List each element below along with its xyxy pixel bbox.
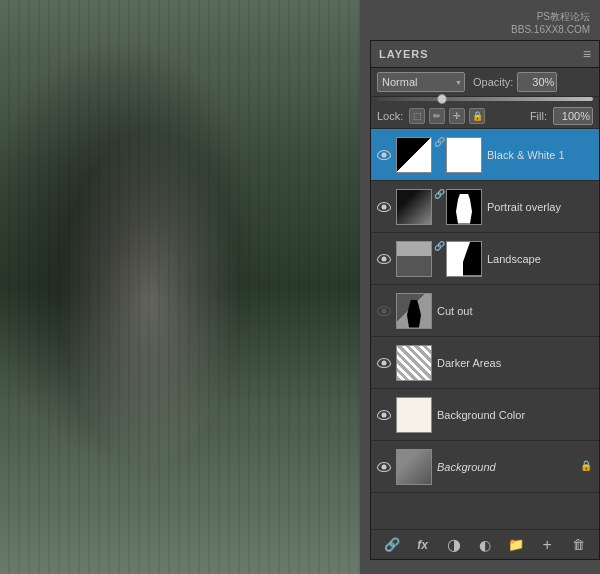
- chain-icon-landscape: 🔗: [434, 241, 444, 251]
- watermark: PS教程论坛 BBS.16XX8.COM: [511, 10, 590, 35]
- layer-thumbs-portrait-overlay: 🔗: [396, 189, 482, 225]
- layer-landscape[interactable]: 🔗 Landscape: [371, 233, 599, 285]
- layer-visibility-cut-out[interactable]: [375, 302, 393, 320]
- blend-opacity-row: Normal Opacity: 30%: [371, 68, 599, 97]
- lock-all-btn[interactable]: 🔒: [469, 108, 485, 124]
- layer-darker-areas[interactable]: Darker Areas: [371, 337, 599, 389]
- layer-cut-out[interactable]: Cut out: [371, 285, 599, 337]
- blend-mode-select[interactable]: Normal: [377, 72, 465, 92]
- layers-list: 🔗 Black & White 1 🔗 Portrait overlay: [371, 129, 599, 529]
- layer-black-white-1[interactable]: 🔗 Black & White 1: [371, 129, 599, 181]
- layer-name-landscape: Landscape: [487, 253, 595, 265]
- eye-icon-portrait-overlay: [377, 202, 391, 212]
- layer-name-background: Background: [437, 461, 580, 473]
- layer-visibility-landscape[interactable]: [375, 250, 393, 268]
- layer-thumbs-black-white-1: 🔗: [396, 137, 482, 173]
- layer-visibility-background-color[interactable]: [375, 406, 393, 424]
- lock-position-btn[interactable]: ✏: [429, 108, 445, 124]
- lock-label: Lock:: [377, 110, 403, 122]
- layers-panel: LAYERS ≡ Normal Opacity: 30% Lock: ⬚ ✏ ✛…: [370, 40, 600, 560]
- eye-icon-darker-areas: [377, 358, 391, 368]
- chain-icon-portrait: 🔗: [434, 189, 444, 199]
- background-image: [0, 0, 360, 574]
- lock-move-btn[interactable]: ✛: [449, 108, 465, 124]
- lock-row: Lock: ⬚ ✏ ✛ 🔒 Fill: 100%: [371, 104, 599, 129]
- layer-visibility-darker-areas[interactable]: [375, 354, 393, 372]
- blend-mode-wrap: Normal: [377, 72, 465, 92]
- fx-btn[interactable]: fx: [413, 535, 433, 555]
- layer-name-darker-areas: Darker Areas: [437, 357, 595, 369]
- opacity-label: Opacity:: [473, 76, 513, 88]
- opacity-slider-row: [371, 97, 599, 104]
- opacity-slider[interactable]: [377, 97, 593, 101]
- opacity-slider-thumb[interactable]: [437, 94, 447, 104]
- new-group-btn[interactable]: 📁: [506, 535, 526, 555]
- layer-thumb-main-bg-color: [396, 397, 432, 433]
- layer-thumb-main-black-white-1: [396, 137, 432, 173]
- layer-visibility-black-white-1[interactable]: [375, 146, 393, 164]
- layer-thumbs-landscape: 🔗: [396, 241, 482, 277]
- panel-menu-icon[interactable]: ≡: [583, 46, 591, 62]
- opacity-input[interactable]: 30%: [517, 72, 557, 92]
- eye-icon-black-white-1: [377, 150, 391, 160]
- layer-visibility-background[interactable]: [375, 458, 393, 476]
- layer-name-background-color: Background Color: [437, 409, 595, 421]
- layer-thumb-mask-portrait: [446, 189, 482, 225]
- layer-thumb-main-cutout: [396, 293, 432, 329]
- layer-thumb-main-portrait: [396, 189, 432, 225]
- panel-title: LAYERS: [379, 48, 429, 60]
- layer-name-cut-out: Cut out: [437, 305, 595, 317]
- layer-thumbs-darker-areas: [396, 345, 432, 381]
- fill-label: Fill:: [530, 110, 547, 122]
- layer-name-black-white-1: Black & White 1: [487, 149, 595, 161]
- eye-icon-background-color: [377, 410, 391, 420]
- layer-visibility-portrait-overlay[interactable]: [375, 198, 393, 216]
- layer-thumbs-background: [396, 449, 432, 485]
- panel-header: LAYERS ≡: [371, 41, 599, 68]
- layer-background[interactable]: Background 🔒: [371, 441, 599, 493]
- adjustment-btn[interactable]: ◐: [475, 535, 495, 555]
- new-layer-btn[interactable]: +: [537, 535, 557, 555]
- fill-input[interactable]: 100%: [553, 107, 593, 125]
- delete-layer-btn[interactable]: 🗑: [568, 535, 588, 555]
- layer-thumbs-cut-out: [396, 293, 432, 329]
- layer-portrait-overlay[interactable]: 🔗 Portrait overlay: [371, 181, 599, 233]
- add-mask-btn[interactable]: ◑: [444, 535, 464, 555]
- silhouette-overlay: [0, 0, 360, 574]
- panel-toolbar: 🔗 fx ◑ ◐ 📁 + 🗑: [371, 529, 599, 559]
- lock-icons: ⬚ ✏ ✛ 🔒: [409, 108, 485, 124]
- layer-thumb-mask-landscape: [446, 241, 482, 277]
- layer-lock-icon-background: 🔒: [580, 460, 592, 474]
- eye-icon-cut-out: [377, 306, 391, 316]
- layer-thumbs-background-color: [396, 397, 432, 433]
- layer-name-portrait-overlay: Portrait overlay: [487, 201, 595, 213]
- layer-thumb-main-background: [396, 449, 432, 485]
- link-layers-btn[interactable]: 🔗: [382, 535, 402, 555]
- layer-thumb-mask-black-white-1: [446, 137, 482, 173]
- chain-icon-black-white-1: 🔗: [434, 137, 444, 147]
- layer-thumb-main-darker: [396, 345, 432, 381]
- eye-icon-background: [377, 462, 391, 472]
- eye-icon-landscape: [377, 254, 391, 264]
- layer-background-color[interactable]: Background Color: [371, 389, 599, 441]
- layer-thumb-main-landscape: [396, 241, 432, 277]
- lock-pixels-btn[interactable]: ⬚: [409, 108, 425, 124]
